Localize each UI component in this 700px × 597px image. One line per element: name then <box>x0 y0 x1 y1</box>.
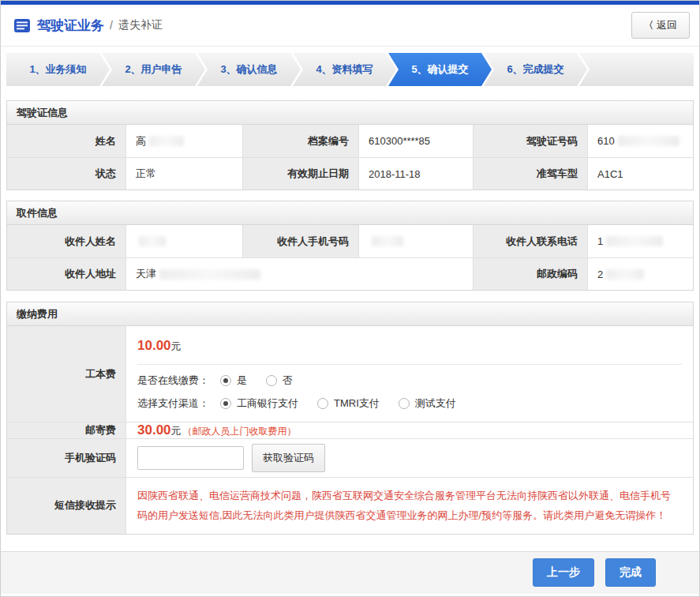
redacted-blur <box>618 136 679 146</box>
footer-action-bar: 上一步 完成 <box>1 551 699 594</box>
recipient-mobile-value <box>358 225 473 257</box>
mail-fee-amount: 30.00 <box>137 422 171 437</box>
radio-dot-icon <box>317 398 328 409</box>
redacted-blur <box>139 236 166 246</box>
radio-online-pay-no[interactable]: 否 <box>266 374 293 388</box>
sms-tip-label: 短信接收提示 <box>7 477 125 534</box>
sms-tip-text: 因陕西省联通、电信运营商技术问题，陕西省互联网交通安全综合服务管理平台无法向持陕… <box>126 478 693 534</box>
vehicle-type-value: A1C1 <box>587 157 693 190</box>
production-fee-label: 工本费 <box>7 326 125 422</box>
mail-fee-note: （邮政人员上门收取费用） <box>183 426 297 437</box>
list-form-icon <box>14 19 30 32</box>
step-4-fill-data: 4、资料填写 <box>293 53 396 86</box>
recipient-mobile-label: 收件人手机号码 <box>242 225 358 257</box>
expiry-label: 有效期止日期 <box>242 157 358 190</box>
radio-dot-icon <box>399 398 410 409</box>
redacted-blur <box>606 236 663 246</box>
radio-channel-test[interactable]: 测试支付 <box>399 396 456 411</box>
step-2-user-declaration: 2、用户申告 <box>102 53 205 86</box>
radio-online-pay-no-label: 否 <box>283 374 293 388</box>
radio-channel-icbc[interactable]: 工商银行支付 <box>220 396 298 411</box>
address-label: 收件人地址 <box>7 257 125 290</box>
expiry-value: 2018-11-18 <box>358 157 473 190</box>
chevron-left-icon: 〈 <box>644 19 653 32</box>
sms-tip-cell: 因陕西省联通、电信运营商技术问题，陕西省互联网交通安全综合服务管理平台无法向持陕… <box>125 477 693 534</box>
status-value: 正常 <box>125 157 242 190</box>
radio-channel-icbc-label: 工商银行支付 <box>237 396 298 411</box>
file-no-value: 610300****85 <box>358 125 473 157</box>
recipient-phone-value: 1 <box>587 225 693 257</box>
production-fee-cell: 10.00元 是否在线缴费： 是 否 选择支付渠道： 工商银行支付 TMRI支付… <box>125 326 693 422</box>
online-pay-caption: 是否在线缴费： <box>137 374 209 388</box>
radio-dot-icon <box>266 375 277 386</box>
vehicle-type-label: 准驾车型 <box>473 157 587 190</box>
section-pickup-info: 取件信息 收件人姓名 收件人手机号码 收件人联系电话 1 收件人地址 天津 邮政… <box>6 201 694 291</box>
name-label: 姓名 <box>7 125 125 157</box>
payment-table: 工本费 10.00元 是否在线缴费： 是 否 选择支付渠道： 工商银行支付 TM… <box>7 326 693 534</box>
address-value: 天津 <box>125 257 473 290</box>
online-pay-row: 是否在线缴费： 是 否 <box>126 365 693 388</box>
mail-fee-cell: 30.00元（邮政人员上门收取费用） <box>125 422 693 438</box>
radio-channel-tmri-label: TMRI支付 <box>334 396 380 411</box>
file-no-label: 档案编号 <box>242 125 358 157</box>
radio-dot-icon <box>220 375 231 386</box>
recipient-name-value <box>125 225 242 257</box>
captcha-input[interactable] <box>137 446 244 470</box>
previous-step-button[interactable]: 上一步 <box>533 558 594 587</box>
pay-channel-caption: 选择支付渠道： <box>137 396 209 411</box>
name-value: 高 <box>125 125 242 157</box>
recipient-phone-label: 收件人联系电话 <box>473 225 587 257</box>
step-1-business-notice: 1、业务须知 <box>6 53 110 86</box>
radio-online-pay-yes-label: 是 <box>237 374 247 388</box>
license-no-label: 驾驶证号码 <box>473 125 587 157</box>
section-license-title: 驾驶证信息 <box>7 101 693 125</box>
pickup-info-table: 收件人姓名 收件人手机号码 收件人联系电话 1 收件人地址 天津 邮政编码 2 <box>7 225 693 290</box>
redacted-blur <box>606 269 644 280</box>
redacted-blur <box>159 269 260 280</box>
fee-unit: 元 <box>171 425 182 437</box>
section-payment: 缴纳费用 工本费 10.00元 是否在线缴费： 是 否 选择支付渠道： 工商银行… <box>6 302 694 535</box>
redacted-blur <box>372 236 403 246</box>
section-payment-title: 缴纳费用 <box>7 302 693 326</box>
license-no-value: 610 <box>587 125 693 157</box>
postcode-value: 2 <box>587 257 693 290</box>
captcha-label: 手机验证码 <box>7 438 125 477</box>
back-button[interactable]: 〈 返回 <box>631 12 690 39</box>
finish-button[interactable]: 完成 <box>605 558 656 587</box>
step-6-complete-submit: 6、完成提交 <box>484 53 587 86</box>
step-wizard-tail <box>579 53 694 86</box>
section-license-info: 驾驶证信息 姓名 高 档案编号 610300****85 驾驶证号码 610 状… <box>6 100 694 190</box>
step-3-confirm-info: 3、确认信息 <box>197 53 301 86</box>
breadcrumb-separator: / <box>110 19 113 32</box>
back-button-label: 返回 <box>657 18 677 32</box>
redacted-blur <box>149 136 184 146</box>
license-info-table: 姓名 高 档案编号 610300****85 驾驶证号码 610 状态 正常 有… <box>7 125 693 190</box>
step-wizard: 1、业务须知 2、用户申告 3、确认信息 4、资料填写 5、确认提交 6、完成提… <box>6 53 694 86</box>
radio-channel-tmri[interactable]: TMRI支付 <box>317 396 380 411</box>
radio-channel-test-label: 测试支付 <box>415 396 456 411</box>
recipient-name-label: 收件人姓名 <box>7 225 125 257</box>
radio-dot-icon <box>220 398 231 409</box>
fee-unit: 元 <box>171 340 182 352</box>
mail-fee-amount-line: 30.00元（邮政人员上门收取费用） <box>126 422 308 438</box>
get-captcha-button[interactable]: 获取验证码 <box>252 444 325 472</box>
step-5-confirm-submit-active: 5、确认提交 <box>388 53 492 86</box>
breadcrumb-current: 遗失补证 <box>118 18 163 32</box>
status-label: 状态 <box>7 157 125 190</box>
postcode-label: 邮政编码 <box>473 257 587 290</box>
header: 驾驶证业务 / 遗失补证 〈 返回 <box>1 5 699 47</box>
section-pickup-title: 取件信息 <box>7 201 693 225</box>
page-title: 驾驶证业务 <box>37 17 104 35</box>
radio-online-pay-yes[interactable]: 是 <box>220 374 247 388</box>
production-fee-amount: 10.00 <box>137 338 171 353</box>
mail-fee-label: 邮寄费 <box>7 422 125 438</box>
production-fee-amount-line: 10.00元 <box>126 326 693 364</box>
page: 驾驶证业务 / 遗失补证 〈 返回 1、业务须知 2、用户申告 3、确认信息 4… <box>0 0 700 597</box>
pay-channel-row: 选择支付渠道： 工商银行支付 TMRI支付 测试支付 <box>126 388 693 422</box>
captcha-cell: 获取验证码 <box>125 438 693 477</box>
